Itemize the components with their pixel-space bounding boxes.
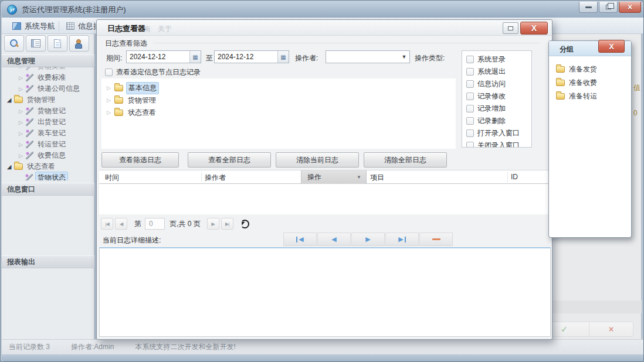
sidebar-section-info-manage[interactable]: 信息管理 <box>2 54 94 67</box>
checkbox-record-modify[interactable]: 记录修改 <box>466 91 506 101</box>
document-icon <box>54 39 61 48</box>
sidebar-section-report-output[interactable]: 报表输出 <box>2 255 94 268</box>
document-button[interactable] <box>48 35 67 52</box>
tree-item-transfer-register[interactable]: ▷ 转运登记 <box>18 139 67 150</box>
column-header-id[interactable]: ID <box>511 173 518 181</box>
group-item-ready-charge[interactable]: 准备收费 <box>556 77 597 88</box>
sidebar-section-info-window[interactable]: 信息窗口 <box>2 183 94 196</box>
view-filtered-log-button[interactable]: 查看筛选日志 <box>101 152 179 168</box>
date-to-field[interactable]: 2024-12-12 ▦ <box>214 50 289 63</box>
column-header-time[interactable]: 时间 <box>105 173 119 183</box>
dialog-title: 日志查看器 <box>107 23 145 34</box>
expander-icon: ▷ <box>18 131 23 136</box>
column-header-project[interactable]: 项目 <box>370 173 384 183</box>
toolbar-item-label: 系统导航 <box>25 21 55 32</box>
minimize-icon <box>585 6 592 8</box>
folder-icon <box>14 163 23 170</box>
window-bottom-frame <box>2 354 643 361</box>
operator-button[interactable] <box>69 35 89 52</box>
column-header-operation[interactable]: 操作 ▼ <box>301 170 367 184</box>
navigator-prev-button[interactable]: ◀ <box>317 233 351 246</box>
checkbox-icon <box>466 80 474 88</box>
tree-item-label: 快递公司信息 <box>36 83 82 94</box>
tree-item-label: 出货登记 <box>36 117 67 128</box>
checkbox-record-delete[interactable]: 记录删除 <box>466 116 506 126</box>
checkbox-icon <box>466 56 474 63</box>
tree-item-fee-info[interactable]: ▷ 收费信息 <box>18 150 67 161</box>
folder-icon <box>556 66 565 73</box>
operator-combobox[interactable]: ▼ <box>326 50 410 63</box>
checkbox-record-add[interactable]: 记录增加 <box>466 104 506 114</box>
navigator-delete-button[interactable] <box>419 233 453 246</box>
calendar-icon[interactable]: ▦ <box>189 51 201 63</box>
clear-current-log-button[interactable]: 清除当前日志 <box>276 152 359 168</box>
group-panel-close-button[interactable]: X <box>598 40 625 53</box>
tree-item-cargo-type[interactable]: ▷ 货物类型 <box>18 67 67 72</box>
checkbox-close-entry-window[interactable]: 关闭录入窗口 <box>466 141 520 148</box>
navigator-last-button[interactable]: ▶ <box>385 233 419 246</box>
status-operator: 操作者:Admin <box>71 342 114 352</box>
tree-folder-cargo-manage[interactable]: ◢ 货物管理 <box>6 94 57 105</box>
checkbox-label: 记录修改 <box>477 91 506 101</box>
tree-item-cargo-register[interactable]: ▷ 货物登记 <box>18 105 67 117</box>
checkbox-icon <box>466 142 474 148</box>
wand-icon <box>25 174 33 180</box>
tree-item-label: 货物类型 <box>36 67 67 72</box>
background-text-fragment: 0 <box>633 109 638 117</box>
tree-item-outbound-register[interactable]: ▷ 出货登记 <box>18 117 67 128</box>
folder-icon <box>556 80 565 86</box>
node-filter-checkbox[interactable]: 查看选定信息节点日志记录 <box>105 67 201 77</box>
status-message: 本系统支持二次开发和全新开发! <box>135 342 235 352</box>
dialog-maximize-button[interactable] <box>503 22 518 34</box>
next-page-button[interactable]: ▶ <box>207 218 219 230</box>
record-navigator: ◀ ◀ ▶ ▶ <box>283 233 453 246</box>
background-cancel-button[interactable]: × <box>589 322 633 337</box>
dialog-tree-item-status-view[interactable]: ▷ 状态查看 <box>106 107 158 118</box>
date-from-field[interactable]: 2024-12-12 ▦ <box>126 50 201 63</box>
navigator-next-button[interactable]: ▶ <box>351 233 385 246</box>
expander-icon: ▷ <box>18 119 23 125</box>
tree-folder-status-view[interactable]: ◢ 状态查看 <box>6 161 57 172</box>
filter-group-title: 日志查看筛选 <box>105 39 147 49</box>
form-button[interactable] <box>26 35 46 52</box>
tree-item-loading-register[interactable]: ▷ 装车登记 <box>18 128 67 139</box>
page-label: 第 <box>134 219 141 229</box>
group-panel-title: 分组 <box>560 45 574 54</box>
sidebar: 信息管理 ▷ 货物类型 ▷ 收费标准 ▷ 快递公司信息 ◢ 货物管理 <box>2 34 94 339</box>
group-item-ready-ship[interactable]: 准备发货 <box>556 63 597 75</box>
detail-description-area[interactable] <box>99 247 551 337</box>
tree-item-cargo-status[interactable]: 货物状态 <box>25 172 68 180</box>
first-page-button[interactable]: |◀ <box>101 218 113 230</box>
checkbox-label: 系统退出 <box>477 67 506 77</box>
filter-dropdown-icon[interactable]: ▼ <box>357 175 366 180</box>
checkbox-info-access[interactable]: 信息访问 <box>466 79 506 89</box>
dialog-tree-item-basic-info[interactable]: ▷ 基本信息 <box>106 82 159 94</box>
navigator-first-button[interactable]: ◀ <box>283 233 317 246</box>
checkbox-open-entry-window[interactable]: 打开录入窗口 <box>466 128 520 138</box>
dialog-close-button[interactable]: X <box>520 22 548 35</box>
group-item-ready-transfer[interactable]: 准备转运 <box>556 90 597 102</box>
checkbox-system-login[interactable]: 系统登录 <box>466 54 506 64</box>
dialog-tree-item-cargo-manage[interactable]: ▷ 货物管理 <box>106 94 158 106</box>
column-header-operator[interactable]: 操作者 <box>205 173 226 183</box>
expander-icon: ▷ <box>18 67 23 70</box>
date-from-value: 2024-12-12 <box>127 53 189 61</box>
last-page-button[interactable]: ▶| <box>221 218 233 230</box>
toolbar-item-system-nav[interactable]: 系统导航 <box>9 20 59 32</box>
view-all-log-button[interactable]: 查看全部日志 <box>188 152 271 168</box>
page-number-input[interactable]: 0 <box>145 218 165 230</box>
tree-item-fee-standard[interactable]: ▷ 收费标准 <box>18 72 67 83</box>
checkbox-system-logout[interactable]: 系统退出 <box>466 67 506 77</box>
calendar-icon[interactable]: ▦ <box>277 51 289 63</box>
refresh-icon[interactable] <box>240 220 249 228</box>
clear-all-log-button[interactable]: 清除全部日志 <box>364 152 447 168</box>
prev-page-button[interactable]: ◀ <box>115 218 127 230</box>
restore-button[interactable] <box>599 2 618 13</box>
close-button[interactable]: × <box>619 2 641 13</box>
checkbox-label: 系统登录 <box>477 54 506 64</box>
ghost-tab-about: 关于 <box>158 24 172 34</box>
dialog-titlebar: 使用指南 关于 日志查看器 <box>97 20 552 36</box>
minimize-button[interactable] <box>579 2 598 13</box>
browse-button[interactable] <box>4 35 24 52</box>
tree-item-express-company[interactable]: ▷ 快递公司信息 <box>18 83 82 94</box>
